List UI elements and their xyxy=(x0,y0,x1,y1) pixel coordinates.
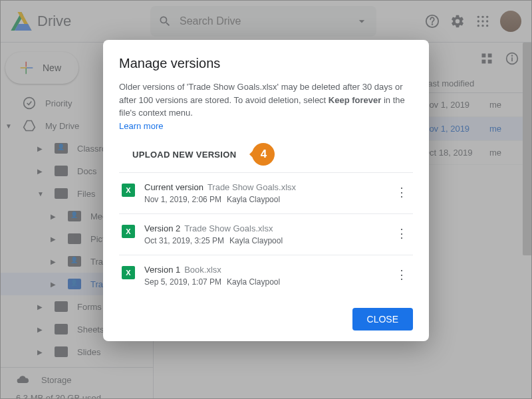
version-menu-icon[interactable]: ⋮ xyxy=(393,182,410,202)
version-row: X Version 2Trade Show Goals.xlsx Oct 31,… xyxy=(119,214,413,255)
manage-versions-dialog: Manage versions Older versions of 'Trade… xyxy=(103,40,429,341)
version-row: X Current versionTrade Show Goals.xlsx N… xyxy=(119,173,413,214)
version-menu-icon[interactable]: ⋮ xyxy=(393,223,410,243)
dialog-description: Older versions of 'Trade Show Goals.xlsx… xyxy=(119,80,413,132)
upload-new-version-button[interactable]: UPLOAD NEW VERSION xyxy=(119,144,249,165)
xlsx-icon: X xyxy=(122,266,135,279)
version-list: X Current versionTrade Show Goals.xlsx N… xyxy=(119,172,413,296)
callout-badge: 4 xyxy=(252,143,275,166)
learn-more-link[interactable]: Learn more xyxy=(119,121,163,131)
version-row: X Version 1Book.xlsx Sep 5, 2019, 1:07 P… xyxy=(119,255,413,296)
dialog-title: Manage versions xyxy=(119,56,413,71)
xlsx-icon: X xyxy=(122,225,135,238)
modal-overlay: Manage versions Older versions of 'Trade… xyxy=(0,0,532,399)
xlsx-icon: X xyxy=(122,184,135,197)
close-button[interactable]: CLOSE xyxy=(352,308,413,331)
version-menu-icon[interactable]: ⋮ xyxy=(393,265,410,285)
